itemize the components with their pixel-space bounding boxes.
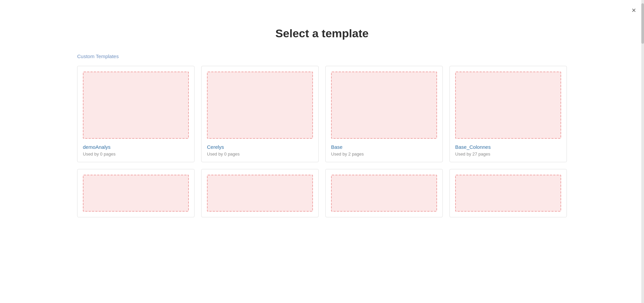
- template-card-7[interactable]: [449, 169, 567, 217]
- template-thumbnail-6: [331, 175, 437, 212]
- template-usage-0: Used by 0 pages: [83, 152, 189, 157]
- template-card-5[interactable]: [201, 169, 319, 217]
- modal-title: Select a template: [0, 0, 644, 53]
- template-usage-1: Used by 0 pages: [207, 152, 313, 157]
- template-card-6[interactable]: [325, 169, 443, 217]
- template-thumbnail-2: [331, 72, 437, 139]
- scrollbar-thumb[interactable]: [641, 3, 644, 44]
- template-grid-row2: [77, 169, 567, 217]
- template-thumbnail-7: [455, 175, 561, 212]
- template-usage-2: Used by 2 pages: [331, 152, 437, 157]
- template-thumbnail-5: [207, 175, 313, 212]
- template-card-2[interactable]: Base Used by 2 pages: [325, 66, 443, 162]
- template-usage-3: Used by 27 pages: [455, 152, 561, 157]
- template-thumbnail-4: [83, 175, 189, 212]
- template-grid-row1: demoAnalys Used by 0 pages Cerelys Used …: [77, 66, 567, 162]
- template-card-4[interactable]: [77, 169, 195, 217]
- template-name-2: Base: [331, 144, 437, 150]
- template-name-1: Cerelys: [207, 144, 313, 150]
- template-thumbnail-0: [83, 72, 189, 139]
- scrollbar-track[interactable]: [641, 0, 644, 303]
- content-area: Custom Templates demoAnalys Used by 0 pa…: [60, 53, 584, 244]
- close-button[interactable]: ×: [632, 7, 636, 14]
- section-label: Custom Templates: [77, 53, 567, 59]
- template-card-0[interactable]: demoAnalys Used by 0 pages: [77, 66, 195, 162]
- template-thumbnail-3: [455, 72, 561, 139]
- template-name-0: demoAnalys: [83, 144, 189, 150]
- template-name-3: Base_Colonnes: [455, 144, 561, 150]
- modal-overlay: × Select a template Custom Templates dem…: [0, 0, 644, 303]
- template-card-3[interactable]: Base_Colonnes Used by 27 pages: [449, 66, 567, 162]
- template-thumbnail-1: [207, 72, 313, 139]
- template-card-1[interactable]: Cerelys Used by 0 pages: [201, 66, 319, 162]
